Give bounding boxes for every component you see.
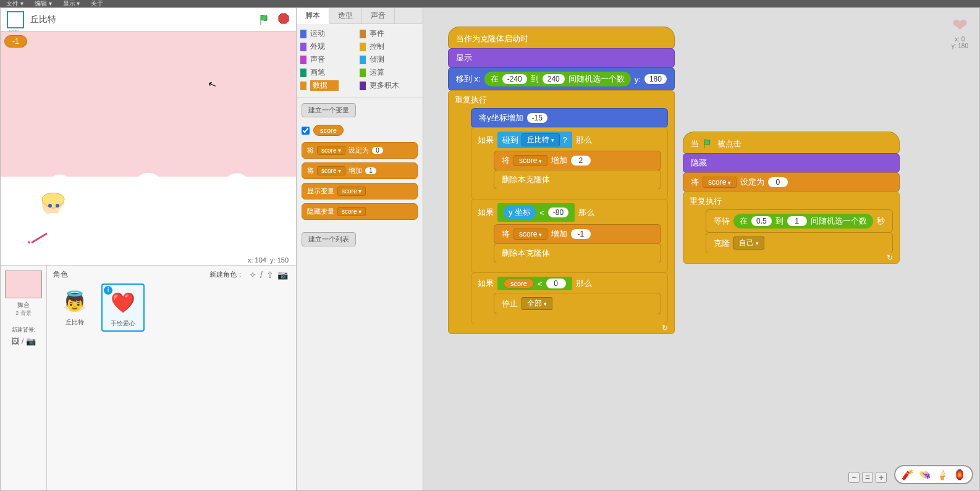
category-数据[interactable]: 数据 [300, 80, 360, 91]
block-forever[interactable]: 重复执行 等待 在 0.5 到 1 间随机选一个数 秒 [683, 191, 900, 264]
block-change-y[interactable]: 将y坐标增加 -15 [471, 108, 668, 128]
var-dropdown[interactable]: score [513, 155, 547, 166]
block-when-clone-start[interactable]: 当作为克隆体启动时 [448, 27, 675, 49]
svg-point-4 [48, 204, 52, 208]
var-dropdown[interactable]: score ▾ [337, 187, 366, 196]
category-运算[interactable]: 运算 [360, 67, 419, 78]
block-if[interactable]: 如果 score < 0 那么 停止 全部 [471, 272, 668, 324]
variable-name[interactable]: score [313, 125, 344, 136]
block-if[interactable]: 如果 碰到 丘比特 ? 那么 将 score [471, 127, 668, 199]
clone-dropdown[interactable]: 自己 [733, 237, 764, 250]
tab-costumes[interactable]: 造型 [329, 8, 362, 23]
block-wait[interactable]: 等待 在 0.5 到 1 间随机选一个数 秒 [706, 209, 893, 233]
num-input[interactable]: 0.5 [751, 216, 772, 226]
zoom-reset-icon[interactable]: = [862, 472, 873, 483]
tab-scripts[interactable]: 脚本 [297, 8, 329, 24]
make-variable-button[interactable]: 建立一个变量 [302, 103, 356, 117]
block-delete-clone[interactable]: 删除本克隆体 [494, 243, 661, 263]
block-y-position[interactable]: y 坐标 [504, 205, 536, 220]
block-show-var[interactable]: 显示变量 score ▾ [302, 183, 418, 199]
camera-sprite-icon[interactable]: 📷 [277, 270, 288, 280]
green-flag-icon[interactable] [259, 14, 271, 26]
category-声音[interactable]: 声音 [300, 54, 360, 65]
num-input[interactable]: 0 [768, 177, 788, 187]
num-input[interactable]: 2 [571, 156, 591, 166]
upload-sprite-icon[interactable]: ⇪ [266, 270, 274, 280]
category-更多积木[interactable]: 更多积木 [360, 80, 419, 91]
sprite-item-heart[interactable]: i ❤️ 手绘爱心 [101, 283, 145, 332]
category-控制[interactable]: 控制 [360, 41, 419, 52]
backdrop-thumb[interactable] [5, 271, 42, 298]
scripts-area[interactable]: ❤ x: 0 y: 180 当作为克隆体启动时 显示 移到 x: 在 -240 … [423, 7, 980, 491]
var-dropdown[interactable]: score ▾ [317, 166, 345, 175]
category-画笔[interactable]: 画笔 [300, 67, 360, 78]
block-pick-random[interactable]: 在 -240 到 240 间随机选一个数 [484, 72, 631, 86]
block-goto-xy[interactable]: 移到 x: 在 -240 到 240 间随机选一个数 y: 180 [448, 67, 675, 91]
sprite-item-cupid[interactable]: 👼 丘比特 [53, 283, 96, 332]
var-dropdown[interactable]: score ▾ [317, 146, 345, 155]
var-dropdown[interactable]: score ▾ [337, 207, 366, 216]
block-less-than[interactable]: score < 0 [497, 277, 572, 290]
block-change-var[interactable]: 将 score 增加 -1 [494, 224, 661, 244]
sprite-cupid[interactable] [25, 187, 87, 249]
tab-sounds[interactable]: 声音 [362, 8, 395, 23]
block-stop[interactable]: 停止 全部 [494, 293, 661, 314]
num-input[interactable]: -1 [571, 229, 591, 239]
zoom-in-icon[interactable]: + [876, 472, 887, 483]
block-delete-clone[interactable]: 删除本克隆体 [494, 170, 661, 190]
block-hide-var[interactable]: 隐藏变量 score ▾ [302, 203, 418, 220]
choose-sprite-icon[interactable]: ✧ [249, 270, 256, 280]
script-stack-1[interactable]: 当作为克隆体启动时 显示 移到 x: 在 -240 到 240 间随机选一个数 … [448, 27, 675, 334]
fullscreen-icon[interactable] [7, 11, 24, 28]
paint-backdrop-icon[interactable]: / [22, 337, 24, 346]
camera-backdrop-icon[interactable]: 📷 [26, 337, 36, 346]
num-input[interactable]: 180 [644, 74, 667, 84]
stop-dropdown[interactable]: 全部 [522, 297, 552, 310]
category-外观[interactable]: 外观 [300, 41, 360, 52]
extra-icon[interactable]: 🧨 [902, 469, 914, 481]
loop-arrow-icon: ↻ [887, 253, 893, 262]
num-input[interactable]: -240 [502, 74, 527, 84]
touching-dropdown[interactable]: 丘比特 [522, 133, 560, 146]
block-forever[interactable]: 重复执行 将y坐标增加 -15 如果 碰到 丘比特 ? [448, 90, 675, 334]
num-input[interactable]: 1 [365, 167, 376, 174]
category-侦测[interactable]: 侦测 [360, 54, 419, 65]
var-visible-checkbox[interactable] [302, 127, 310, 135]
block-set-var[interactable]: 将 score 设定为 0 [683, 172, 900, 192]
block-change-var[interactable]: 将 score 增加 2 [494, 151, 661, 170]
num-input[interactable]: -15 [527, 113, 547, 123]
zoom-out-icon[interactable]: − [848, 472, 860, 483]
choose-backdrop-icon[interactable]: 🖼 [11, 337, 19, 346]
script-stack-2[interactable]: 当 被点击 隐藏 将 score 设定为 0 重复执行 等待 在 0.5 [683, 132, 900, 263]
extra-icon[interactable]: 🍦 [936, 469, 948, 481]
paint-sprite-icon[interactable]: / [260, 270, 263, 280]
extra-icon[interactable]: 🏮 [953, 469, 966, 481]
block-set-var[interactable]: 将 score ▾ 设定为 0 [302, 142, 418, 159]
block-if[interactable]: 如果 y 坐标 < -80 那么 将 score [471, 199, 668, 273]
block-pick-random[interactable]: 在 0.5 到 1 间随机选一个数 [733, 214, 873, 229]
num-input[interactable]: 240 [543, 74, 565, 84]
block-touching[interactable]: 碰到 丘比特 ? [497, 132, 572, 148]
sprite-info-icon[interactable]: i [104, 286, 112, 295]
block-create-clone[interactable]: 克隆 自己 [706, 232, 893, 254]
block-change-var[interactable]: 将 score ▾ 增加 1 [302, 162, 418, 179]
current-sprite-name: 丘比特 [30, 14, 259, 25]
block-hide[interactable]: 隐藏 [683, 153, 900, 173]
num-input[interactable]: -80 [548, 208, 568, 217]
stage[interactable]: -1 ↖ [1, 31, 296, 255]
category-事件[interactable]: 事件 [360, 28, 419, 40]
block-when-flag-clicked[interactable]: 当 被点击 [683, 132, 900, 154]
make-list-button[interactable]: 建立一个列表 [302, 232, 356, 246]
category-运动[interactable]: 运动 [300, 28, 360, 40]
backpack-extras[interactable]: 🧨 👒 🍦 🏮 [894, 465, 973, 484]
var-dropdown[interactable]: score [513, 229, 547, 240]
var-dropdown[interactable]: score [703, 177, 737, 188]
num-input[interactable]: 0 [546, 279, 566, 288]
extra-icon[interactable]: 👒 [919, 469, 931, 481]
stop-icon[interactable] [277, 12, 290, 27]
var-reporter[interactable]: score [504, 279, 534, 288]
block-show[interactable]: 显示 [448, 48, 675, 68]
num-input[interactable]: 0 [372, 147, 383, 154]
block-less-than[interactable]: y 坐标 < -80 [497, 203, 575, 222]
num-input[interactable]: 1 [787, 216, 807, 226]
